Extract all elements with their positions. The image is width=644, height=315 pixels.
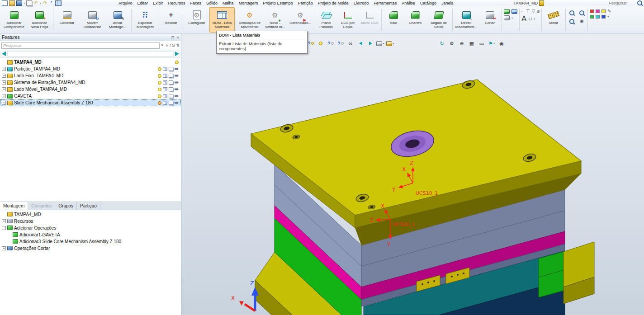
- tools-dropdown-icon[interactable]: ▾: [511, 17, 513, 19]
- window-icon[interactable]: [169, 67, 173, 71]
- menu-item[interactable]: Janela: [439, 1, 456, 5]
- edit-color-icon[interactable]: ✎: [607, 9, 611, 14]
- table-icon[interactable]: [55, 0, 62, 6]
- ucs-copy-button[interactable]: UCS por Cópia: [337, 7, 359, 33]
- zoom-window-button[interactable]: [578, 9, 586, 16]
- motion-simulation-button[interactable]: ⚙ Simulação de Movimento: [237, 7, 262, 33]
- chamfer-button[interactable]: Chanfro: [404, 7, 426, 33]
- window-icon[interactable]: [169, 80, 173, 85]
- bulb-on-icon[interactable]: [316, 39, 325, 47]
- expander-icon[interactable]: +: [2, 94, 6, 98]
- add-new-part-button[interactable]: + Adicionar Nova Peça: [27, 7, 52, 33]
- manager-subitem[interactable]: Adicionar3-Slide Core Mechanism Assembly…: [0, 238, 181, 245]
- tree-item[interactable]: + Partição_TAMPA4_MD: [0, 66, 181, 72]
- expander-icon[interactable]: +: [2, 101, 6, 105]
- menu-item[interactable]: Ferramentas: [371, 1, 399, 5]
- next-view-icon[interactable]: [366, 39, 375, 47]
- color-swatch-red[interactable]: [590, 9, 594, 13]
- dim-dropdown-icon[interactable]: ▾: [534, 18, 535, 20]
- solid-tool-icon[interactable]: [504, 9, 510, 14]
- redo-icon[interactable]: ↷: [43, 1, 47, 5]
- menu-item[interactable]: Malha: [220, 1, 236, 5]
- menu-item[interactable]: Projeto de Molde: [316, 1, 351, 5]
- link-icon[interactable]: [175, 101, 179, 104]
- sort-icon[interactable]: S: [172, 43, 175, 47]
- dim-diameter-icon[interactable]: ⌀: [537, 9, 540, 14]
- new-file-icon[interactable]: [2, 0, 8, 6]
- box-icon[interactable]: [163, 101, 167, 105]
- history-back-icon[interactable]: [2, 52, 6, 56]
- move-rotate-button[interactable]: ↻ Mover/ Rotacionar: [80, 7, 105, 33]
- save-all-icon[interactable]: [26, 0, 32, 6]
- menu-item[interactable]: Arquivo: [116, 1, 135, 5]
- save-icon[interactable]: [16, 0, 22, 6]
- connect-button[interactable]: Conectar: [54, 7, 80, 33]
- menu-item[interactable]: Partição: [296, 1, 315, 5]
- visibility-bulb-icon[interactable]: [158, 67, 161, 71]
- component-filter-icon[interactable]: ▾: [376, 39, 385, 47]
- expander-icon[interactable]: +: [2, 219, 6, 223]
- configure-button[interactable]: ⚙ Configurar: [184, 7, 209, 33]
- dim-cup-icon[interactable]: ⊔: [528, 17, 532, 21]
- expander-icon[interactable]: −: [2, 226, 6, 230]
- menu-item[interactable]: Faces: [188, 1, 204, 5]
- menu-item[interactable]: Projeto Estampo: [260, 1, 295, 5]
- link-icon[interactable]: [175, 81, 179, 84]
- manager-item-cut-operations[interactable]: + Operações Cortar: [0, 245, 181, 252]
- grid-icon[interactable]: ▦: [467, 39, 476, 47]
- window-icon[interactable]: [169, 101, 173, 105]
- clear-search-icon[interactable]: ×: [161, 43, 163, 47]
- window-icon[interactable]: [169, 87, 173, 91]
- regen-icon[interactable]: ↻: [437, 39, 446, 47]
- color-swatch-yellow[interactable]: [601, 9, 606, 13]
- zoom-in-button[interactable]: [568, 9, 576, 16]
- dim-top-icon[interactable]: ⊤: [526, 9, 530, 14]
- mirror-assembly-button[interactable]: Espelhar Montagem: [133, 7, 158, 33]
- expander-icon[interactable]: +: [2, 246, 6, 250]
- color-swatch-green[interactable]: [590, 15, 594, 19]
- pan-icon[interactable]: ◉: [497, 39, 506, 47]
- draft-angle-button[interactable]: Angulo de Saída: [426, 7, 451, 33]
- direct-modeling-button[interactable]: → Direto: Modelamen...: [454, 7, 479, 33]
- menu-item[interactable]: Montagem: [237, 1, 260, 5]
- new-verify-button[interactable]: ⚙+ Novo - Verificar In...: [262, 7, 288, 33]
- undo-dropdown-icon[interactable]: ▾: [40, 2, 41, 5]
- activate-assembly-button[interactable]: ✎ Ativar Montage...: [105, 7, 130, 33]
- menu-search[interactable]: [608, 0, 642, 6]
- filter-warning-icon[interactable]: !: [170, 43, 171, 47]
- box-icon[interactable]: [163, 74, 167, 78]
- link-icon[interactable]: [175, 94, 179, 98]
- manager-item-operations[interactable]: − Adicionar Operações: [0, 225, 181, 231]
- box-icon[interactable]: [163, 67, 167, 71]
- spin-icon[interactable]: ⇅: [176, 43, 180, 47]
- options-icon[interactable]: *: [49, 1, 54, 5]
- expander-icon[interactable]: +: [2, 87, 6, 91]
- expander-icon[interactable]: +: [2, 80, 6, 85]
- manager-root-row[interactable]: TAMPA4_MD: [0, 211, 181, 218]
- menu-item[interactable]: Eletrodo: [351, 1, 371, 5]
- component-filter2-icon[interactable]: ▾: [386, 39, 395, 47]
- parallel-plane-button[interactable]: Plano Paralelo: [315, 7, 337, 33]
- add-component-button[interactable]: Adicionar Componente: [1, 7, 27, 33]
- box-icon[interactable]: [163, 80, 167, 85]
- tab-particao[interactable]: Partição: [77, 202, 100, 210]
- visibility-bulb-icon[interactable]: [175, 61, 179, 64]
- activate-ucs-button[interactable]: Ativar UCS: [359, 7, 380, 33]
- visibility-bulb-icon[interactable]: [158, 101, 161, 105]
- dim-triangle-icon[interactable]: ▽: [532, 9, 535, 14]
- tree-item[interactable]: + Lado Fixo_TAMPA4_MD: [0, 72, 181, 79]
- tree-item-selected[interactable]: + Slide Core Mechanism Assembly Z 180: [0, 99, 181, 106]
- tab-montagem[interactable]: Montagem: [0, 202, 28, 210]
- menu-item[interactable]: Catálogo: [418, 1, 439, 5]
- gear-icon[interactable]: ⚙: [447, 39, 456, 47]
- window-icon[interactable]: [169, 94, 173, 98]
- undo-icon[interactable]: ↶: [33, 1, 38, 5]
- menu-item[interactable]: Análise: [399, 1, 417, 5]
- measure-button[interactable]: Medir: [543, 7, 564, 33]
- visibility-bulb-icon[interactable]: [158, 88, 161, 91]
- color-swatch-magenta[interactable]: [596, 9, 600, 13]
- dim-corner-icon[interactable]: ⌐: [521, 9, 524, 14]
- open-file-icon[interactable]: [9, 0, 15, 6]
- expander-icon[interactable]: +: [2, 67, 6, 71]
- glasses-icon[interactable]: ∞: [346, 39, 355, 47]
